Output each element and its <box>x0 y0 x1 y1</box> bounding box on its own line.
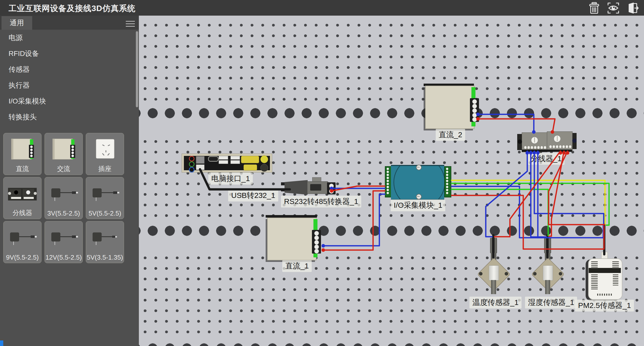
vent-slats <box>597 294 613 296</box>
pin <box>387 189 389 191</box>
pin <box>446 168 448 170</box>
splitter-screw <box>531 137 538 144</box>
tile-label: 12V(5.5-2.5) <box>45 254 83 261</box>
workspace-pegboard[interactable]: 电脑接口_1 USB转232_1 RS232转485转换器_1 I/O采集模块_… <box>139 16 644 346</box>
usb-port <box>230 160 240 164</box>
wire-blue-io[interactable] <box>452 186 603 238</box>
usb-port <box>230 156 240 160</box>
screw-terminal <box>472 104 477 109</box>
round-port-dark <box>260 164 268 172</box>
menu-item-converter[interactable]: 转换接头 <box>0 109 136 125</box>
menu-item-rfid[interactable]: RFID设备 <box>0 46 136 61</box>
label-dc2: 直流_2 <box>436 129 465 141</box>
pin <box>446 186 448 188</box>
db9-hood <box>285 180 308 195</box>
terminal-block <box>312 230 321 254</box>
audio-jack-blue <box>189 167 194 172</box>
screw-terminal <box>314 231 319 236</box>
topbar-actions <box>587 2 639 15</box>
label-pm25-sensor: PM2.5传感器_1 <box>575 300 634 312</box>
menu-item-io-module[interactable]: I/O采集模块 <box>0 93 136 109</box>
device-io-module[interactable] <box>385 164 451 199</box>
top-bar: 工业互联网设备及接线3D仿真系统 <box>0 0 644 16</box>
wire-red-io[interactable] <box>452 195 604 249</box>
view-button[interactable] <box>606 2 620 15</box>
pin <box>387 186 389 188</box>
pin <box>387 171 389 173</box>
splitter-screw <box>554 135 561 142</box>
pin <box>446 174 448 176</box>
pin <box>562 145 565 148</box>
psu-body <box>267 218 316 260</box>
vent-slats <box>612 261 619 267</box>
pin <box>531 146 533 149</box>
vent-slats <box>613 274 618 286</box>
power-adapter-icon <box>89 225 121 251</box>
palette-tile-dc[interactable]: 直流 <box>3 133 42 175</box>
tile-label: 3V(5.5-2.5) <box>45 210 83 217</box>
sidebar: 通用 电源 RFID设备 传感器 执行器 I/O采集模块 转换接头 <box>0 16 139 346</box>
exit-button[interactable] <box>625 2 639 15</box>
menu-item-actuator[interactable]: 执行器 <box>0 77 136 93</box>
palette-tile-socket[interactable]: 插座 <box>86 133 124 175</box>
palette-tile-5v[interactable]: 5V(5.5-2.5) <box>86 177 124 219</box>
palette-tile-3v[interactable]: 3V(5.5-2.5) <box>45 177 83 219</box>
palette-tile-5v-small[interactable]: 5V(3.5-1.35) <box>86 221 124 263</box>
cap-hole <box>572 139 577 143</box>
usb-port <box>219 156 228 160</box>
pin <box>446 183 448 185</box>
power-adapter-icon <box>6 225 39 251</box>
pin <box>387 180 389 182</box>
tab-general[interactable]: 通用 <box>2 16 32 30</box>
label-io-module: I/O采集模块_1 <box>391 199 445 211</box>
dc-power-icon <box>7 137 37 163</box>
probe-tip <box>491 280 496 294</box>
probe-tip <box>545 280 550 294</box>
trash-icon <box>588 2 600 14</box>
wire-green-humidity[interactable] <box>452 189 548 236</box>
palette-tile-12v[interactable]: 12V(5.5-2.5) <box>45 221 83 263</box>
app-title: 工业互联网设备及接线3D仿真系统 <box>9 3 136 14</box>
pin <box>387 183 389 185</box>
cable-prong <box>281 182 285 185</box>
pm25-band <box>589 268 621 273</box>
pin <box>556 145 558 148</box>
trash-button[interactable] <box>587 2 601 15</box>
screw-terminal <box>472 108 477 113</box>
pin <box>566 145 568 148</box>
mount-hole <box>479 272 482 275</box>
palette-tile-splitter[interactable]: 分线器 <box>3 177 42 219</box>
device-splitter[interactable] <box>517 131 577 152</box>
palette-tile-ac[interactable]: 交流 <box>45 133 83 175</box>
ps2-port <box>196 156 205 164</box>
audio-jack-green <box>189 161 194 167</box>
screw-terminal <box>314 249 319 254</box>
wire-blue-temp[interactable] <box>486 151 527 237</box>
palette-tile-9v[interactable]: 9V(5.5-2.5) <box>3 221 42 263</box>
bottom-left-blue-marker <box>0 340 3 346</box>
mount-hole <box>505 272 508 275</box>
label-temp-sensor: 温度传感器_1 <box>469 297 521 308</box>
tile-label: 分线器 <box>4 209 41 217</box>
category-menu: 电源 RFID设备 传感器 执行器 I/O采集模块 转换接头 <box>0 30 136 125</box>
splitter-icon <box>6 181 39 207</box>
menu-item-power[interactable]: 电源 <box>0 30 136 46</box>
tile-label: 9V(5.5-2.5) <box>4 254 41 261</box>
label-splitter: 分线器_1 <box>528 153 565 165</box>
tile-label: 5V(5.5-2.5) <box>86 210 124 217</box>
ac-power-icon <box>49 137 79 163</box>
label-rs232-485: RS232转485转换器_1 <box>281 196 361 207</box>
pin <box>537 146 540 149</box>
usb-port <box>219 160 228 164</box>
sidebar-scrollbar-thumb[interactable] <box>136 31 138 107</box>
hamburger-menu-icon[interactable] <box>126 19 135 26</box>
menu-item-sensor[interactable]: 传感器 <box>0 61 136 77</box>
device-pc-interface[interactable] <box>182 154 272 172</box>
pin <box>534 146 536 149</box>
round-port-yellow <box>260 155 268 163</box>
device-rs232-485-converter[interactable] <box>281 176 336 196</box>
wire-blue-dc2[interactable] <box>478 114 534 133</box>
label-dc1: 直流_1 <box>282 260 312 272</box>
power-adapter-icon <box>47 181 80 207</box>
pin <box>446 171 448 173</box>
